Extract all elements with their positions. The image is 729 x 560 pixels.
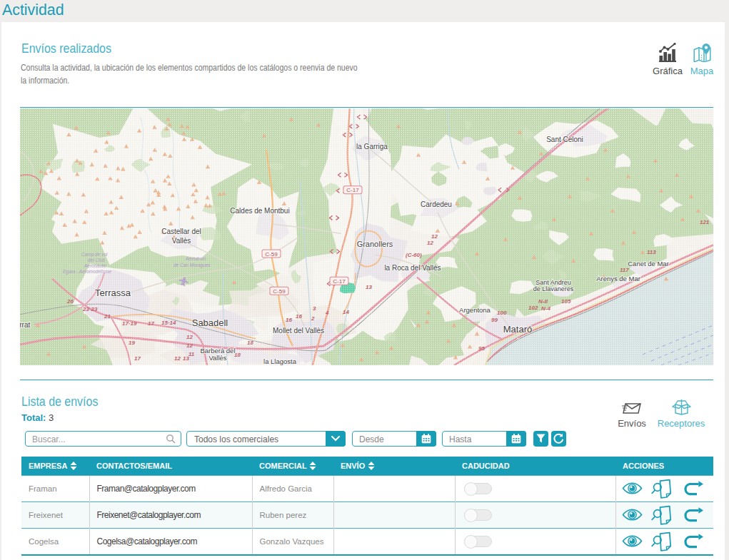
svg-text:17: 17: [134, 355, 141, 362]
svg-text:13: 13: [366, 284, 372, 290]
svg-text:de Can Moragues: de Can Moragues: [174, 263, 211, 268]
svg-text:Arenys de Mar: Arenys de Mar: [596, 275, 640, 282]
svg-text:Vallès: Vallès: [208, 354, 226, 362]
svg-text:Sabadell: Sabadell: [192, 317, 228, 328]
svg-text:12: 12: [431, 233, 438, 239]
svg-text:Camp de vol: Camp de vol: [81, 252, 108, 258]
svg-text:Vallès: Vallès: [172, 237, 191, 245]
svg-text:N-4: N-4: [541, 305, 550, 312]
svg-text:26: 26: [66, 298, 74, 305]
svg-text:Aeronàutic: Aeronàutic: [84, 263, 107, 268]
svg-text:2: 2: [311, 315, 315, 322]
svg-text:121: 121: [700, 219, 710, 225]
svg-text:17·19: 17·19: [122, 320, 137, 327]
svg-text:21: 21: [104, 313, 111, 320]
svg-text:95: 95: [478, 345, 485, 352]
svg-text:4: 4: [325, 310, 329, 316]
svg-text:Canet de Mar: Canet de Mar: [628, 260, 668, 268]
svg-text:16: 16: [286, 317, 292, 323]
svg-text:del Club: del Club: [88, 258, 105, 263]
svg-text:105: 105: [561, 298, 571, 305]
svg-text:12: 12: [186, 342, 193, 349]
svg-text:Terrassa: Terrassa: [95, 287, 131, 298]
svg-text:3: 3: [313, 305, 316, 312]
svg-text:14: 14: [343, 309, 349, 315]
svg-text:11: 11: [188, 351, 195, 357]
svg-text:la Garriga: la Garriga: [356, 143, 388, 151]
svg-text:102: 102: [528, 305, 538, 311]
svg-text:117: 117: [620, 267, 629, 273]
svg-text:23·23: 23·23: [82, 306, 98, 312]
svg-text:18: 18: [247, 340, 253, 346]
svg-text:N-II: N-II: [538, 298, 548, 305]
svg-text:Castellar del: Castellar del: [161, 228, 201, 235]
svg-text:19: 19: [129, 340, 135, 346]
svg-text:errat: errat: [20, 321, 30, 329]
svg-text:15·14: 15·14: [161, 320, 176, 326]
svg-text:(C-60): (C-60): [406, 252, 422, 258]
svg-text:17: 17: [148, 320, 154, 327]
svg-text:C-17: C-17: [346, 187, 359, 193]
svg-text:Mollet del Vallès: Mollet del Vallès: [273, 327, 324, 335]
svg-text:Aeròdrom: Aeròdrom: [185, 256, 206, 261]
svg-text:99: 99: [491, 317, 498, 323]
svg-text:C-59: C-59: [273, 288, 286, 295]
svg-text:Granollers: Granollers: [357, 240, 393, 248]
svg-text:Sant Celoni: Sant Celoni: [546, 136, 583, 143]
svg-text:12: 12: [427, 240, 433, 246]
svg-text:Cardedeu: Cardedeu: [421, 200, 452, 208]
svg-text:C-59: C-59: [265, 251, 278, 258]
svg-text:13: 13: [183, 355, 189, 362]
svg-text:16: 16: [296, 313, 302, 320]
svg-text:de Llavaneres: de Llavaneres: [533, 285, 574, 292]
svg-text:Mataró: Mataró: [503, 324, 532, 335]
svg-text:12: 12: [186, 334, 193, 340]
svg-text:Egara - Aeromodelisme: Egara - Aeromodelisme: [63, 269, 111, 275]
svg-text:100: 100: [497, 310, 507, 316]
svg-text:Argentona: Argentona: [459, 306, 491, 314]
svg-text:la Llagosta: la Llagosta: [263, 357, 297, 365]
svg-text:12: 12: [174, 355, 181, 362]
svg-text:C-17: C-17: [333, 278, 346, 285]
svg-text:la Roca del Vallès: la Roca del Vallès: [384, 264, 441, 272]
svg-text:113: 113: [647, 249, 656, 255]
svg-text:Caldes de Montbui: Caldes de Montbui: [230, 207, 289, 215]
